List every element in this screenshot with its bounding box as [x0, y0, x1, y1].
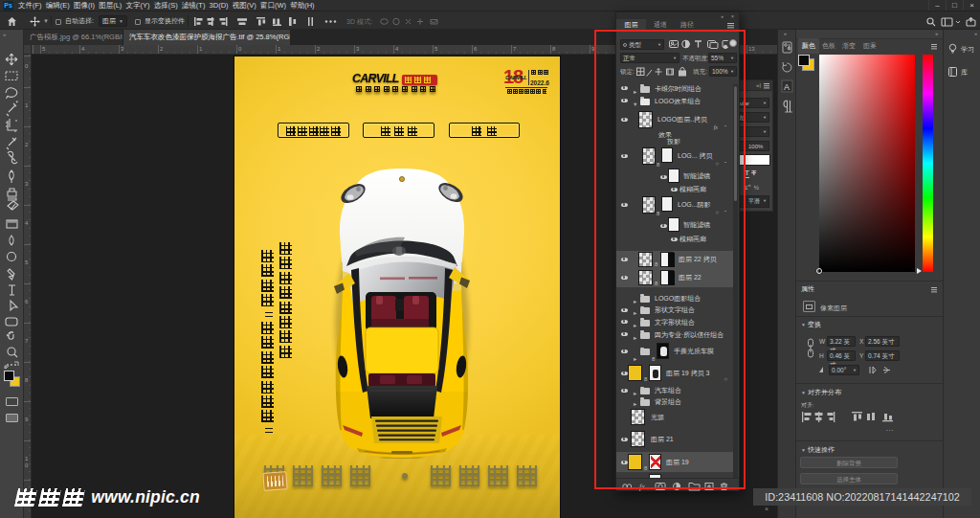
svg-text:A: A — [784, 82, 790, 92]
